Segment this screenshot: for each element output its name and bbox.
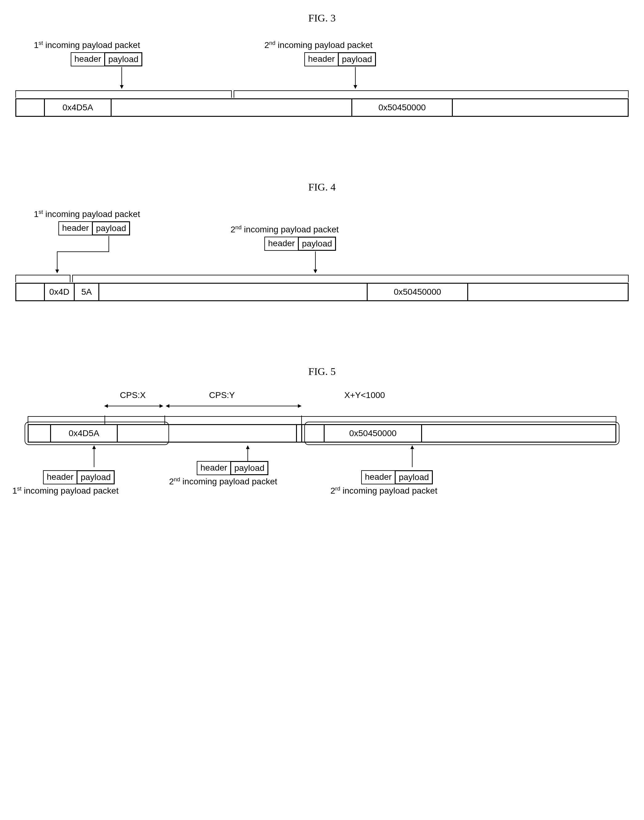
arrow-down [315, 251, 316, 273]
figure-title: FIG. 5 [9, 366, 635, 377]
arrow-up [412, 446, 412, 467]
cps-x-label: CPS:X [120, 390, 146, 400]
bracket-right [72, 275, 629, 282]
bracket-left [15, 90, 232, 98]
bracket-right [234, 90, 629, 98]
packet2-label: 2nd incoming payload packet [264, 40, 373, 50]
arrow-down [121, 67, 122, 89]
header-cell: header [305, 53, 339, 66]
dim-x [104, 406, 163, 406]
packet1-label: 1st incoming payload packet [34, 209, 140, 219]
payload-cell: payload [92, 221, 130, 235]
buffer-cell-2: 0x50450000 [351, 99, 453, 116]
buffer-cell-2: 0x50450000 [324, 425, 422, 441]
dim-y [166, 406, 301, 406]
header-cell: header [265, 237, 299, 250]
payload-cell: payload [77, 470, 115, 484]
packet2-label: 2nd incoming payload packet [230, 224, 339, 235]
figure-title: FIG. 3 [9, 12, 635, 24]
buffer-strip: 0x4D5A 0x50450000 [15, 98, 629, 117]
figure-5: FIG. 5 CPS:X CPS:Y X+Y<1000 0x4D5A 0x504… [9, 366, 635, 538]
packet1-box: header payload [71, 52, 142, 66]
packet1-box: header payload [43, 470, 115, 484]
tick [301, 415, 302, 425]
payload-cell: payload [298, 237, 336, 251]
buffer-divider [296, 425, 302, 441]
packet1-label: 1st incoming payload packet [34, 40, 140, 50]
buffer-strip: 0x4D5A 0x50450000 [28, 424, 616, 443]
bracket-left [15, 275, 71, 282]
header-cell: header [197, 461, 231, 475]
packet1-box: header payload [58, 221, 130, 235]
figure-3: FIG. 3 1st incoming payload packet heade… [9, 12, 635, 144]
payload-cell: payload [104, 52, 142, 66]
payload-cell: payload [230, 461, 268, 475]
packet2-box: header payload [197, 461, 268, 475]
header-cell: header [44, 471, 77, 484]
packet2-label: 2nd incoming payload packet [169, 477, 277, 486]
packet2-box: header payload [304, 52, 376, 66]
packet2-box: header payload [264, 237, 336, 251]
arrow-up [94, 446, 94, 467]
arrow-down [355, 67, 356, 89]
payload-cell: payload [395, 470, 433, 484]
packet1-label: 1st incoming payload packet [12, 486, 119, 496]
packet3-label: 2rd incoming payload packet [330, 486, 437, 496]
bent-arrow [57, 236, 109, 273]
arrow-up [247, 446, 248, 461]
buffer-strip: 0x4D 5A 0x50450000 [15, 283, 629, 301]
buffer-cell-1a: 0x4D [44, 284, 75, 300]
header-cell: header [71, 53, 105, 66]
buffer-cell-1: 0x4D5A [44, 99, 112, 116]
header-cell: header [362, 471, 395, 484]
header-cell: header [59, 222, 92, 235]
packet3-box: header payload [361, 470, 433, 484]
constraint-label: X+Y<1000 [344, 390, 385, 400]
buffer-cell-1b: 5A [75, 284, 99, 300]
buffer-cell-2: 0x50450000 [367, 284, 468, 300]
figure-4: FIG. 4 1st incoming payload packet heade… [9, 181, 635, 329]
payload-cell: payload [338, 52, 376, 66]
figure-title: FIG. 4 [9, 181, 635, 193]
buffer-cell-1: 0x4D5A [50, 425, 118, 441]
cps-y-label: CPS:Y [209, 390, 235, 400]
